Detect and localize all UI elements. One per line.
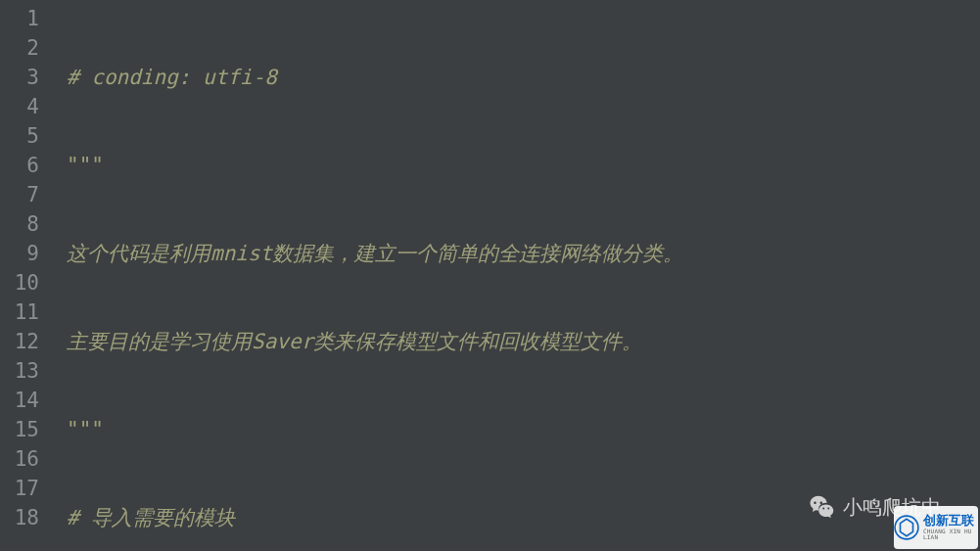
docstring-text: 主要目的是学习使用Saver类来保存模型文件和回收模型文件。 xyxy=(67,330,642,353)
line-number-gutter: 1 2 3 4 5 6 7 8 9 10 11 12 13 14 15 16 1… xyxy=(0,0,49,551)
line-number: 9 xyxy=(0,239,39,268)
line-number: 7 xyxy=(0,180,39,209)
line-number: 15 xyxy=(0,415,39,444)
docstring-quote: """ xyxy=(67,154,104,177)
line-number: 8 xyxy=(0,209,39,239)
line-number: 13 xyxy=(0,356,39,386)
code-area[interactable]: # conding: utfi-8 """ 这个代码是利用mnist数据集，建立… xyxy=(49,0,980,551)
code-editor[interactable]: 1 2 3 4 5 6 7 8 9 10 11 12 13 14 15 16 1… xyxy=(0,0,980,551)
line-number: 14 xyxy=(0,386,39,415)
line-number: 6 xyxy=(0,151,39,180)
line-number: 10 xyxy=(0,268,39,298)
line-number: 17 xyxy=(0,474,39,503)
docstring-text: 这个代码是利用mnist数据集，建立一个简单的全连接网络做分类。 xyxy=(67,242,683,265)
line-number: 1 xyxy=(0,4,39,33)
line-number: 16 xyxy=(0,444,39,474)
line-number: 3 xyxy=(0,63,39,92)
comment: # 导入需要的模块 xyxy=(67,506,235,529)
line-number: 2 xyxy=(0,33,39,63)
docstring-quote: """ xyxy=(67,418,104,441)
line-number: 18 xyxy=(0,503,39,532)
line-number: 5 xyxy=(0,121,39,151)
line-number: 11 xyxy=(0,298,39,327)
line-number: 12 xyxy=(0,327,39,356)
comment: # conding: utfi-8 xyxy=(67,66,277,89)
line-number: 4 xyxy=(0,92,39,121)
